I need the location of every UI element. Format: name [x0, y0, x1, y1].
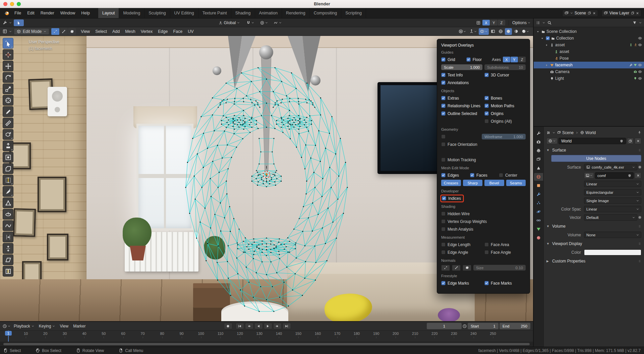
close-window-button[interactable] — [3, 2, 7, 6]
dropdown-volume[interactable]: None — [584, 232, 641, 238]
new-view-layer-icon[interactable] — [631, 11, 634, 15]
dropdown-vector[interactable]: Default — [584, 214, 637, 221]
properties-tab-tool[interactable] — [534, 129, 543, 137]
zoom-window-button[interactable] — [17, 2, 21, 6]
mode-dropdown[interactable]: Edit Mode — [14, 28, 49, 35]
outliner-row-collection[interactable]: Collection — [534, 35, 644, 42]
tool-add-cube[interactable] — [3, 129, 13, 140]
color-swatch[interactable] — [584, 249, 641, 255]
properties-tab-scene[interactable] — [534, 164, 543, 172]
workspace-tab-animation[interactable]: Animation — [255, 8, 282, 18]
editor-type-icon[interactable] — [3, 29, 7, 34]
current-frame-field[interactable]: 1 — [427, 323, 462, 329]
fake-user-icon[interactable] — [628, 174, 631, 177]
editor-type-icon[interactable] — [3, 324, 7, 328]
checkbox-edges[interactable]: Edges — [441, 173, 468, 178]
viewport-menu-edge[interactable]: Edge — [155, 28, 170, 35]
timeline-menu-view[interactable]: View — [57, 324, 71, 329]
properties-tab-object[interactable] — [534, 182, 543, 189]
world-name-field[interactable]: World — [559, 138, 626, 144]
outliner-row-facemesh[interactable]: facemesh — [534, 62, 644, 68]
overlays-dropdown[interactable] — [479, 28, 489, 35]
search-icon[interactable] — [547, 21, 551, 25]
filter-icon[interactable] — [633, 21, 637, 25]
checkbox-motion-paths[interactable]: Motion Paths — [484, 104, 526, 108]
tool-shrink-fatten[interactable] — [3, 243, 13, 254]
tool-measure[interactable] — [3, 118, 13, 128]
checkbox-bones[interactable]: Bones — [484, 96, 526, 101]
dropdown-surface[interactable]: comfy_cafe_4k.exr — [584, 164, 637, 170]
shading-rendered-button[interactable] — [520, 28, 530, 35]
checkbox-edge-marks[interactable]: Edge Marks — [441, 281, 482, 286]
face-normals-button[interactable] — [463, 265, 471, 271]
node-socket-dot[interactable] — [638, 216, 641, 219]
tool-inset-faces[interactable] — [3, 152, 13, 163]
new-scene-icon[interactable] — [588, 11, 591, 15]
checkbox-motion-tracking[interactable]: Motion Tracking — [441, 158, 482, 162]
3d-viewport[interactable]: User Perspective (1) facemesh Viewport O… — [0, 36, 533, 321]
timeline-menu-marker[interactable]: Marker — [71, 324, 88, 329]
editor-type-icon[interactable] — [536, 21, 540, 25]
slider-size[interactable]: Size0.10 — [473, 265, 526, 271]
tool-knife[interactable] — [3, 186, 13, 197]
object-type-visibility-dropdown[interactable] — [457, 28, 467, 35]
menu-edit[interactable]: Edit — [24, 9, 38, 17]
record-button[interactable] — [224, 323, 232, 329]
unlink-image-button[interactable] — [635, 172, 641, 179]
view-layer-selector[interactable]: View Layer — [601, 10, 641, 17]
shading-wireframe-button[interactable] — [497, 28, 504, 35]
tool-loop-cut[interactable] — [3, 175, 13, 185]
outliner-row-pose[interactable]: Pose — [534, 55, 644, 62]
image-name-field[interactable]: comf — [595, 172, 634, 179]
checkbox-center[interactable]: Center — [499, 173, 526, 178]
dropdown-equirectangular[interactable]: Equirectangular — [584, 189, 641, 195]
mirror-x-toggle[interactable]: X — [482, 20, 490, 25]
tool-smooth[interactable] — [3, 220, 13, 231]
mirror-y-toggle[interactable]: Y — [490, 20, 497, 25]
edge-select-mode[interactable] — [60, 28, 68, 35]
workspace-tab-scripting[interactable]: Scripting — [341, 8, 366, 18]
menu-window[interactable]: Window — [57, 9, 78, 17]
checkbox-face-marks[interactable]: Face Marks — [484, 281, 526, 286]
properties-tab-view-layer[interactable] — [534, 156, 543, 163]
timeline-menu-playback[interactable]: Playback — [11, 324, 37, 329]
slider-wireframe[interactable]: Wireframe1.000 — [482, 134, 526, 139]
checkbox-edge-angle[interactable]: Edge Angle — [441, 250, 482, 255]
mark-button-creases[interactable]: Creases — [441, 180, 461, 186]
menu-file[interactable]: File — [11, 9, 24, 17]
play-reverse-button[interactable] — [254, 323, 263, 329]
checkbox-annotations[interactable]: Annotations — [441, 80, 482, 85]
outliner-row-asset[interactable]: asset — [534, 48, 644, 55]
image-browse-button[interactable] — [584, 172, 594, 179]
checkbox-grid[interactable]: Grid — [441, 57, 464, 62]
properties-tab-world[interactable] — [534, 173, 543, 181]
tool-annotate[interactable] — [3, 106, 13, 117]
tool-edge-slide[interactable] — [3, 232, 13, 242]
outliner-row-light[interactable]: Light — [534, 75, 644, 82]
viewport-menu-face[interactable]: Face — [170, 28, 185, 35]
eye-icon[interactable] — [638, 70, 642, 74]
checkbox-floor[interactable]: Floor — [466, 57, 489, 62]
checkbox-edge-length[interactable]: Edge Length — [441, 242, 482, 247]
slider-scale[interactable]: Scale1.000 — [441, 64, 482, 70]
viewport-menu-add[interactable]: Add — [110, 28, 122, 35]
outliner-row-scene-collection[interactable]: Scene Collection — [534, 28, 644, 35]
checkbox-face-angle[interactable]: Face Angle — [484, 250, 526, 255]
blender-logo-icon[interactable] — [3, 10, 10, 16]
slider-subdivisions[interactable]: Subdivisions10 — [484, 64, 526, 70]
workspace-tab-layout[interactable]: Layout — [98, 8, 119, 18]
workspace-tab-sculpting[interactable]: Sculpting — [144, 8, 170, 18]
properties-tab-output[interactable] — [534, 147, 543, 155]
axis-y-toggle[interactable]: Y — [511, 57, 518, 62]
play-button[interactable] — [264, 323, 272, 329]
expand-icon[interactable] — [544, 44, 549, 47]
armature-bones[interactable] — [213, 36, 320, 172]
pin-icon[interactable] — [638, 131, 641, 134]
editor-type-icon[interactable] — [3, 20, 7, 25]
checkbox-hidden-wire[interactable]: Hidden Wire — [441, 212, 526, 216]
axis-z-toggle[interactable]: Z — [518, 57, 526, 62]
checkbox-origins[interactable]: Origins — [484, 111, 526, 116]
checkbox-extras[interactable]: Extras — [441, 96, 482, 101]
browse-world-button[interactable] — [546, 138, 558, 144]
checkbox-face-orientation[interactable]: Face Orientation — [441, 142, 482, 147]
